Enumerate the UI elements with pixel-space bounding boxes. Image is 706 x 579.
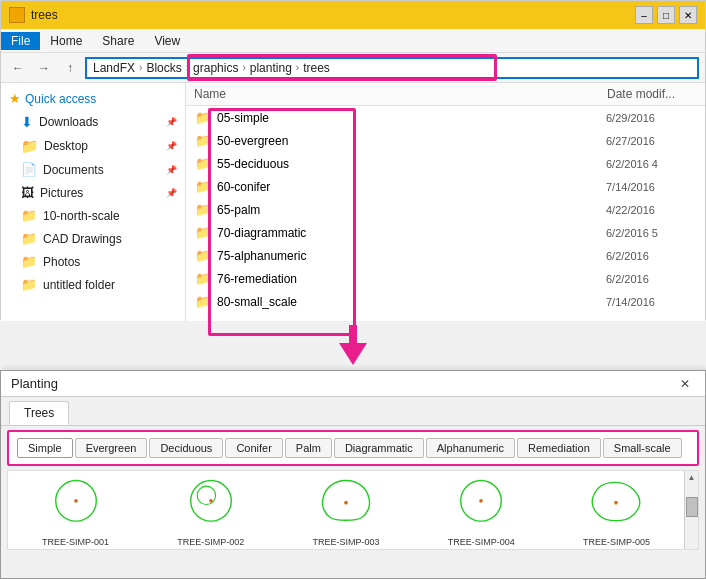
arrow-head [339, 343, 367, 365]
preview-label-5: TREE-SIMP-005 [583, 535, 650, 549]
scroll-thumb[interactable] [686, 497, 698, 517]
preview-item-4[interactable]: TREE-SIMP-004 [414, 471, 549, 549]
up-button[interactable]: ↑ [59, 57, 81, 79]
svg-point-4 [209, 499, 213, 503]
title-bar-controls: – □ ✕ [635, 6, 697, 24]
cat-tab-alphanumeric[interactable]: Alphanumeric [426, 438, 515, 458]
tree-preview-svg-2 [166, 475, 256, 535]
content-area: ★ Quick access ⬇ Downloads 📌 📁 Desktop 📌… [1, 83, 705, 321]
file-row[interactable]: 📁65-palm 4/22/2016 [186, 198, 705, 221]
arrow-visual [339, 325, 367, 365]
menu-home[interactable]: Home [40, 32, 92, 50]
menu-share[interactable]: Share [92, 32, 144, 50]
tree-preview-svg-4 [436, 475, 526, 535]
path-blocks: Blocks [146, 61, 181, 75]
sidebar: ★ Quick access ⬇ Downloads 📌 📁 Desktop 📌… [1, 83, 186, 321]
sidebar-item-photos[interactable]: 📁 Photos [1, 250, 185, 273]
preview-item-2[interactable]: TREE-SIMP-002 [143, 471, 278, 549]
sidebar-item-north-scale[interactable]: 📁 10-north-scale [1, 204, 185, 227]
cat-tab-deciduous[interactable]: Deciduous [149, 438, 223, 458]
cat-tab-palm[interactable]: Palm [285, 438, 332, 458]
cat-tab-evergreen[interactable]: Evergreen [75, 438, 148, 458]
svg-point-8 [615, 501, 619, 505]
file-row[interactable]: 📁60-conifer 7/14/2016 [186, 175, 705, 198]
preview-item-3[interactable]: TREE-SIMP-003 [278, 471, 413, 549]
file-row[interactable]: 📁75-alphanumeric 6/2/2016 [186, 244, 705, 267]
path-graphics: graphics [193, 61, 238, 75]
star-icon: ★ [9, 91, 21, 106]
sidebar-item-pictures[interactable]: 🖼 Pictures 📌 [1, 181, 185, 204]
pin-icon-2: 📌 [166, 141, 177, 151]
folder-icon-ns: 📁 [21, 208, 37, 223]
planting-dialog: Planting ✕ Trees Simple Evergreen Decidu… [0, 370, 706, 579]
folder-icon-untitled: 📁 [21, 277, 37, 292]
preview-item-1[interactable]: TREE-SIMP-001 [8, 471, 143, 549]
preview-item-5[interactable]: TREE-SIMP-005 [549, 471, 684, 549]
cat-tab-diagrammatic[interactable]: Diagrammatic [334, 438, 424, 458]
cat-tab-conifer[interactable]: Conifer [225, 438, 282, 458]
address-path[interactable]: LandFX › Blocks › graphics › planting › … [85, 57, 699, 79]
file-row[interactable]: 📁76-remediation 6/2/2016 [186, 267, 705, 290]
path-trees: trees [303, 61, 330, 75]
download-icon: ⬇ [21, 114, 33, 130]
arrow-shaft [349, 325, 357, 343]
menu-view[interactable]: View [144, 32, 190, 50]
file-row[interactable]: 📁05-simple 6/29/2016 [186, 106, 705, 129]
dialog-title-bar: Planting ✕ [1, 371, 705, 397]
sidebar-quick-access[interactable]: ★ Quick access [1, 87, 185, 110]
tree-preview-svg-1 [31, 475, 121, 535]
tab-trees[interactable]: Trees [9, 401, 69, 425]
forward-button[interactable]: → [33, 57, 55, 79]
file-row[interactable]: 📁70-diagrammatic 6/2/2016 5 [186, 221, 705, 244]
file-row[interactable]: 📁80-small_scale 7/14/2016 [186, 290, 705, 313]
folder-icon-photos: 📁 [21, 254, 37, 269]
path-planting: planting [250, 61, 292, 75]
file-explorer: trees – □ ✕ File Home Share View ← → ↑ L… [0, 0, 706, 320]
path-landfx: LandFX [93, 61, 135, 75]
minimize-button[interactable]: – [635, 6, 653, 24]
pin-icon-3: 📌 [166, 165, 177, 175]
quick-access-label: Quick access [25, 92, 96, 106]
desktop-folder-icon: 📁 [21, 138, 38, 154]
file-row[interactable]: 📁55-deciduous 6/2/2016 4 [186, 152, 705, 175]
sidebar-item-untitled[interactable]: 📁 untitled folder [1, 273, 185, 296]
preview-area: TREE-SIMP-001 TREE-SIMP-002 TREE-SIMP-00… [7, 470, 699, 550]
file-list-header: Name Date modif... [186, 83, 705, 106]
svg-point-1 [74, 499, 78, 503]
tree-preview-svg-3 [301, 475, 391, 535]
col-name-header: Name [194, 87, 607, 101]
sidebar-item-cad[interactable]: 📁 CAD Drawings [1, 227, 185, 250]
scroll-up-button[interactable]: ▲ [686, 471, 698, 483]
preview-label-3: TREE-SIMP-003 [312, 535, 379, 549]
dialog-close-button[interactable]: ✕ [675, 374, 695, 394]
pin-icon: 📌 [166, 117, 177, 127]
menu-bar: File Home Share View [1, 29, 705, 53]
maximize-button[interactable]: □ [657, 6, 675, 24]
folder-icon-r0: 📁 [195, 110, 211, 125]
folder-icon-r7: 📁 [195, 271, 211, 286]
pictures-icon: 🖼 [21, 185, 34, 200]
cat-tab-remediation[interactable]: Remediation [517, 438, 601, 458]
cat-tab-simple[interactable]: Simple [17, 438, 73, 458]
close-button[interactable]: ✕ [679, 6, 697, 24]
sidebar-item-downloads[interactable]: ⬇ Downloads 📌 [1, 110, 185, 134]
title-bar: trees – □ ✕ [1, 1, 705, 29]
menu-file[interactable]: File [1, 32, 40, 50]
folder-icon-r6: 📁 [195, 248, 211, 263]
back-button[interactable]: ← [7, 57, 29, 79]
folder-icon-cad: 📁 [21, 231, 37, 246]
folder-icon-r4: 📁 [195, 202, 211, 217]
dialog-title: Planting [11, 376, 675, 391]
sidebar-item-documents[interactable]: 📄 Documents 📌 [1, 158, 185, 181]
pin-icon-4: 📌 [166, 188, 177, 198]
sidebar-item-desktop[interactable]: 📁 Desktop 📌 [1, 134, 185, 158]
file-row[interactable]: 📁50-evergreen 6/27/2016 [186, 129, 705, 152]
folder-icon-r1: 📁 [195, 133, 211, 148]
address-bar: ← → ↑ LandFX › Blocks › graphics › plant… [1, 53, 705, 83]
cat-tab-smallscale[interactable]: Small-scale [603, 438, 682, 458]
preview-scrollbar[interactable]: ▲ [684, 471, 698, 549]
folder-icon-r8: 📁 [195, 294, 211, 309]
arrow-container [0, 320, 706, 370]
svg-point-3 [197, 486, 215, 504]
svg-point-5 [344, 501, 348, 505]
